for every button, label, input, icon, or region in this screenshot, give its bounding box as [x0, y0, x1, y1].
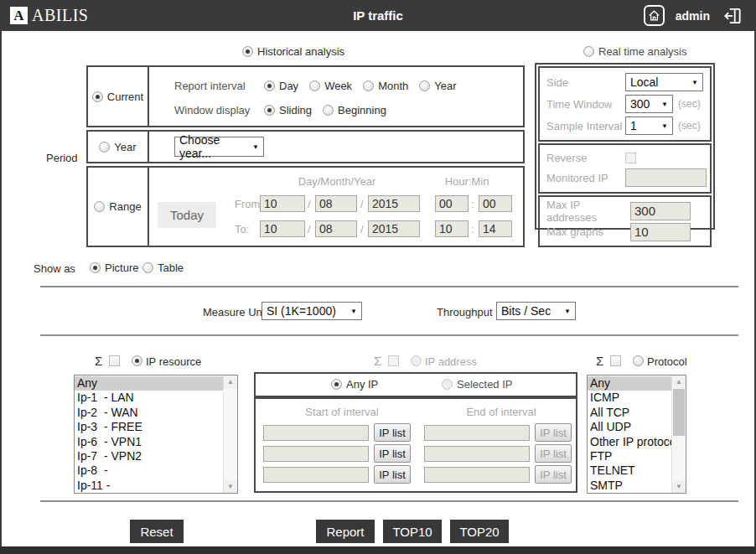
protocol-list[interactable]: Any ICMP All TCP All UDP Other IP protoc… [587, 375, 686, 494]
window-display-sliding-radio[interactable]: Sliding [264, 104, 312, 116]
protocol-label: Protocol [647, 355, 687, 368]
list-item[interactable]: Ip-8 - [75, 463, 223, 478]
ip-resource-sum-checkbox[interactable] [109, 355, 120, 366]
radio-label: Table [158, 261, 184, 274]
scroll-down-icon[interactable]: ▼ [672, 480, 686, 493]
scroll-up-icon[interactable]: ▲ [672, 375, 686, 388]
end-ip-input-1[interactable] [424, 425, 530, 441]
list-item[interactable]: SMTP [588, 479, 671, 493]
to-min-input[interactable] [479, 220, 512, 237]
start-ip-list-button-3[interactable]: IP list [374, 465, 411, 484]
show-as-picture-radio[interactable]: Picture [90, 261, 138, 274]
ip-resource-list[interactable]: Any Ip-1 - LAN Ip-2 - WAN Ip-3 - FREE Ip… [74, 375, 238, 494]
list-item[interactable]: All UDP [588, 420, 671, 434]
list-item[interactable]: ICMP [588, 391, 671, 405]
start-ip-input-2[interactable] [263, 446, 369, 462]
list-item[interactable]: Any [75, 376, 223, 391]
show-as-table-radio[interactable]: Table [142, 261, 184, 274]
any-ip-radio[interactable]: Any IP [331, 378, 378, 391]
side-select[interactable]: Local ▼ [625, 73, 703, 91]
scrollbar[interactable]: ▲ ▼ [223, 375, 237, 493]
list-item[interactable]: FTP [588, 449, 671, 463]
protocol-sum-checkbox[interactable] [610, 355, 621, 366]
start-ip-list-button-2[interactable]: IP list [374, 444, 411, 463]
time-window-select[interactable]: 300 ▼ [625, 95, 673, 113]
period-range-box: Range Today Day/Month/Year Hour:Min From… [86, 166, 525, 247]
report-interval-day-radio[interactable]: Day [264, 80, 298, 92]
from-hour-input[interactable] [435, 195, 469, 212]
choose-year-select[interactable]: Choose year... ▼ [174, 137, 264, 157]
time-separator: : [471, 223, 474, 236]
from-month-input[interactable] [315, 195, 357, 212]
radio-icon [331, 379, 342, 390]
from-year-input[interactable] [368, 195, 420, 212]
list-item[interactable]: Any [588, 376, 671, 391]
to-month-input[interactable] [315, 220, 357, 237]
time-window-label: Time Window [546, 98, 625, 111]
list-item[interactable]: Ip-7 - VPN2 [75, 449, 223, 463]
report-interval-week-radio[interactable]: Week [309, 80, 352, 92]
realtime-analysis-radio[interactable]: Real time analysis [583, 45, 687, 58]
list-item[interactable]: Ip-3 - FREE [75, 420, 223, 434]
report-interval-year-radio[interactable]: Year [419, 80, 456, 92]
from-min-input[interactable] [479, 195, 512, 212]
report-interval-month-radio[interactable]: Month [363, 80, 408, 92]
end-ip-input-2[interactable] [424, 446, 530, 462]
today-button[interactable]: Today [158, 202, 216, 228]
monitored-ip-input[interactable] [625, 168, 707, 187]
end-ip-input-3[interactable] [424, 467, 530, 483]
list-item[interactable]: Ip-6 - VPN1 [75, 435, 223, 449]
sample-interval-select[interactable]: 1 ▼ [625, 116, 673, 135]
report-button[interactable]: Report [316, 520, 375, 543]
ip-resource-radio[interactable] [132, 355, 142, 366]
period-current-option[interactable]: Current [88, 67, 149, 126]
protocol-radio[interactable] [633, 355, 644, 366]
radio-icon [99, 142, 110, 153]
start-ip-list-button-1[interactable]: IP list [374, 423, 411, 442]
list-item[interactable]: Ip-2 - WAN [75, 406, 223, 420]
throughput-select[interactable]: Bits / Sec ▼ [496, 302, 576, 320]
max-graphs-input[interactable] [630, 223, 691, 241]
period-range-option[interactable]: Range [88, 168, 149, 246]
ip-interval-row: IP list IP list [263, 444, 572, 463]
start-ip-input-3[interactable] [263, 467, 369, 483]
logged-in-user: admin [676, 9, 710, 23]
list-item[interactable]: Other IP protocol [588, 435, 671, 449]
period-year-option[interactable]: Year [88, 132, 149, 162]
reverse-checkbox[interactable] [625, 153, 636, 163]
end-ip-list-button-1[interactable]: IP list [535, 423, 572, 442]
end-ip-list-button-3[interactable]: IP list [535, 465, 572, 484]
reset-button[interactable]: Reset [130, 520, 184, 543]
measure-unit-select[interactable]: SI (1K=1000) ▼ [261, 302, 362, 320]
scrollbar[interactable]: ▲ ▼ [671, 375, 686, 493]
dropdown-arrow-icon: ▼ [661, 101, 668, 108]
top10-button[interactable]: TOP10 [383, 520, 442, 543]
historical-analysis-radio[interactable]: Historical analysis [242, 45, 344, 58]
to-year-input[interactable] [368, 220, 420, 237]
from-day-input[interactable] [260, 195, 305, 212]
throughput-label: Throughput [437, 306, 493, 318]
ip-address-sum-checkbox[interactable] [388, 355, 399, 366]
scroll-up-icon[interactable]: ▲ [224, 375, 237, 388]
start-ip-input-1[interactable] [263, 425, 369, 441]
home-button[interactable] [644, 5, 665, 26]
list-item[interactable]: Ip-11 - [75, 479, 223, 493]
selected-ip-radio[interactable]: Selected IP [442, 378, 513, 391]
period-current-box: Current Report interval Day Week Month [86, 65, 525, 127]
select-value: 1 [630, 119, 637, 132]
to-day-input[interactable] [260, 220, 305, 237]
list-item[interactable]: Ip-1 - LAN [75, 391, 223, 405]
logout-button[interactable] [721, 4, 744, 28]
to-hour-input[interactable] [435, 220, 469, 237]
list-item[interactable]: All TCP [588, 406, 671, 420]
ip-address-radio[interactable] [411, 355, 422, 366]
scroll-down-icon[interactable]: ▼ [224, 480, 237, 493]
window-display-beginning-radio[interactable]: Beginning [323, 104, 386, 116]
end-ip-list-button-2[interactable]: IP list [535, 444, 572, 463]
report-interval-label: Report interval [174, 80, 264, 92]
radio-icon [323, 105, 334, 116]
max-ip-input[interactable] [630, 202, 691, 220]
scrollbar-thumb[interactable] [673, 389, 685, 436]
top20-button[interactable]: TOP20 [450, 520, 509, 543]
list-item[interactable]: TELNET [588, 463, 671, 478]
